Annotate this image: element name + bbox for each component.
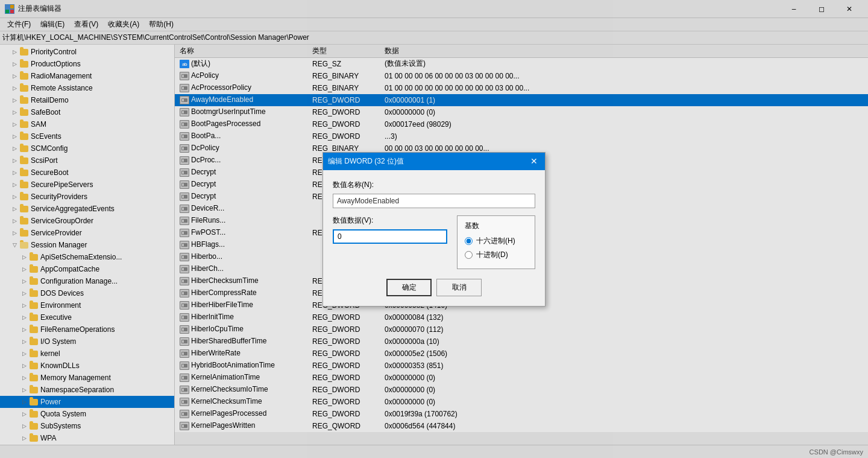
dialog-buttons: 确定 取消	[333, 279, 535, 296]
data-label: 数值数据(V):	[333, 215, 447, 226]
dialog-title: 编辑 DWORD (32 位)值	[328, 156, 404, 167]
hex-radio[interactable]	[465, 237, 473, 245]
base-label: 基数	[465, 221, 527, 231]
dialog-title-bar: 编辑 DWORD (32 位)值 ✕	[323, 153, 545, 170]
data-value-input[interactable]	[333, 229, 447, 244]
dialog-close-button[interactable]: ✕	[528, 156, 540, 166]
dialog-input-row: 数值数据(V): 基数 十六进制(H) 十进制(D)	[333, 215, 535, 269]
hex-option[interactable]: 十六进制(H)	[465, 236, 527, 246]
dialog-overlay: 编辑 DWORD (32 位)值 ✕ 数值名称(N): AwayModeEnab…	[0, 0, 868, 458]
name-value: AwayModeEnabled	[333, 194, 535, 208]
name-label: 数值名称(N):	[333, 180, 535, 190]
dialog-body: 数值名称(N): AwayModeEnabled 数值数据(V): 基数 十六进…	[323, 170, 545, 306]
input-section: 数值数据(V):	[333, 215, 447, 244]
edit-dword-dialog: 编辑 DWORD (32 位)值 ✕ 数值名称(N): AwayModeEnab…	[322, 152, 546, 307]
cancel-button[interactable]: 取消	[436, 279, 482, 296]
dec-option[interactable]: 十进制(D)	[465, 250, 527, 260]
base-section: 基数 十六进制(H) 十进制(D)	[457, 215, 535, 269]
ok-button[interactable]: 确定	[386, 279, 432, 296]
dec-radio[interactable]	[465, 251, 473, 259]
